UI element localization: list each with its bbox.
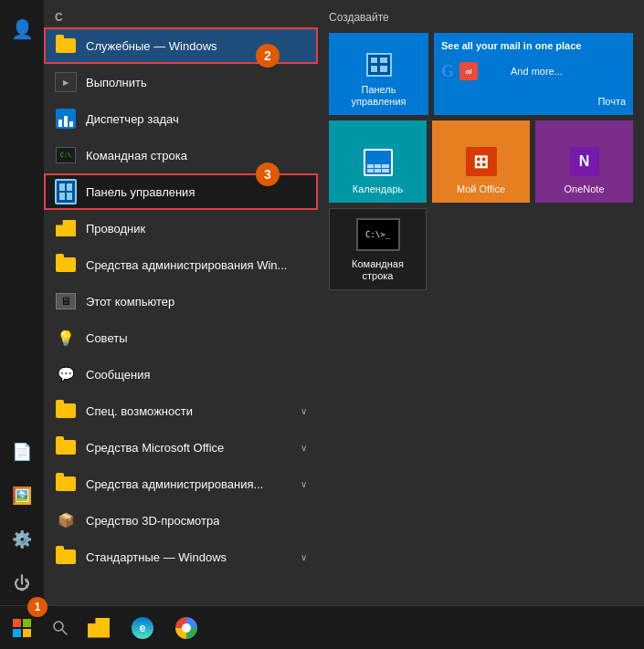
folder-icon	[55, 35, 77, 57]
tile-office[interactable]: ⊞ Мой Office	[432, 120, 530, 203]
app-item-accessibility[interactable]: Спец. возможности ∨	[44, 393, 318, 429]
computer-icon: 🖥	[55, 290, 77, 312]
app-item-taskmgr[interactable]: Диспетчер задач	[44, 100, 318, 137]
app-item-3dviewer[interactable]: 📦 Средство 3D-просмотра	[44, 502, 318, 539]
explorer-icon	[55, 217, 77, 239]
app-item-messages[interactable]: 💬 Сообщения	[44, 356, 318, 393]
chevron-down-icon-2: ∨	[301, 443, 307, 453]
app-name-slugebnye: Служебные — Windows	[86, 39, 217, 53]
taskbar-edge[interactable]: e	[121, 606, 164, 650]
svg-line-1	[62, 630, 67, 634]
search-icon	[52, 620, 69, 636]
badge-3: 3	[256, 162, 280, 186]
tile-calendar[interactable]: Календарь	[329, 120, 427, 203]
tile-label-office: Мой Office	[457, 183, 505, 195]
app-name-3dviewer: Средство 3D-просмотра	[86, 514, 219, 528]
tile-label-cmd: Команднаястрока	[352, 258, 404, 282]
app-name-admin: Средства администрирования Win...	[86, 258, 287, 272]
app-name-cmd: Командная строка	[86, 149, 187, 162]
sidebar-user[interactable]: 👤	[0, 7, 44, 51]
calendar-tile-icon	[364, 149, 393, 176]
letter-c: С	[44, 7, 318, 27]
app-item-admin2[interactable]: Средства администрирования... ∨	[44, 466, 318, 502]
folder-icon-admin	[55, 254, 77, 276]
app-name-messages: Сообщения	[86, 368, 151, 382]
onenote-tile-icon: N	[570, 147, 599, 176]
app-name-thispc: Этот компьютер	[86, 295, 174, 309]
taskmgr-icon	[55, 108, 77, 130]
app-name-accessibility: Спец. возможности	[86, 404, 193, 418]
app-name-stdwindows: Стандартные — Windows	[86, 550, 227, 564]
badge-2: 2	[256, 44, 280, 68]
chevron-down-icon: ∨	[301, 406, 307, 416]
app-item-tips[interactable]: 💡 Советы	[44, 319, 318, 356]
app-name-run: Выполнить	[86, 76, 147, 89]
search-button[interactable]	[44, 606, 77, 650]
app-item-run[interactable]: ▶ Выполнить	[44, 64, 318, 100]
sidebar-settings[interactable]: ⚙️	[0, 518, 44, 561]
tile-mail[interactable]: See all your mail in one place G ol And …	[434, 33, 633, 115]
folder-icon-admin2	[55, 473, 77, 495]
app-item-stdwindows[interactable]: Стандартные — Windows ∨	[44, 539, 318, 575]
tile-label-mail: Почта	[597, 96, 626, 108]
panel-icon	[55, 181, 77, 203]
cube-icon: 📦	[55, 509, 77, 531]
tile-control-panel[interactable]: Панельуправления	[329, 33, 428, 115]
app-item-explorer[interactable]: Проводник	[44, 210, 318, 246]
sidebar-file[interactable]: 📄	[0, 430, 44, 474]
panel-tile-icon	[366, 53, 392, 77]
folder-icon-access	[55, 400, 77, 422]
start-menu: 👤 📄 🖼️ ⚙️ ⏻ С Служебные — Windows ▶	[0, 0, 644, 605]
tile-label-onenote: OneNote	[564, 183, 604, 195]
tile-label-control: Панельуправления	[352, 84, 406, 108]
app-item-thispc[interactable]: 🖥 Этот компьютер	[44, 283, 318, 319]
app-item-msoffice[interactable]: Средства Microsoft Office ∨	[44, 429, 318, 466]
windows-logo	[13, 619, 31, 637]
mail-icons-row: G ol And more...	[441, 62, 626, 81]
tile-mail-header: See all your mail in one place	[441, 40, 581, 51]
taskbar: 1 e	[0, 605, 644, 649]
tile-onenote[interactable]: N OneNote	[535, 120, 633, 203]
tiles-section-title: Создавайте	[329, 11, 633, 24]
app-name-taskmgr: Диспетчер задач	[86, 112, 179, 126]
chevron-down-icon-3: ∨	[301, 479, 307, 489]
app-name-tips: Советы	[86, 331, 127, 345]
app-name-admin2: Средства администрирования...	[86, 477, 263, 491]
folder-icon-msoffice	[55, 436, 77, 458]
app-item-admin[interactable]: Средства администрирования Win...	[44, 246, 318, 283]
start-button[interactable]: 1	[0, 606, 44, 650]
cmd-tile-icon: C:\>_	[356, 218, 400, 251]
taskbar-chrome[interactable]	[164, 606, 208, 650]
run-icon: ▶	[55, 71, 77, 93]
app-name-control: Панель управления	[86, 185, 195, 199]
badge-1: 1	[27, 597, 48, 617]
chevron-down-icon-4: ∨	[301, 552, 307, 562]
bulb-icon: 💡	[55, 327, 77, 349]
cmd-icon: C:\	[55, 144, 77, 166]
app-name-explorer: Проводник	[86, 222, 145, 236]
office-tile-icon: ⊞	[466, 147, 497, 176]
taskbar-explorer[interactable]	[77, 606, 121, 650]
sidebar-icons: 👤 📄 🖼️ ⚙️ ⏻	[0, 0, 44, 605]
chat-icon: 💬	[55, 363, 77, 385]
tile-cmd[interactable]: C:\>_ Команднаястрока	[329, 208, 427, 290]
sidebar-image[interactable]: 🖼️	[0, 474, 44, 518]
app-list: С Служебные — Windows ▶ Выполнить Диспе	[44, 0, 318, 605]
folder-icon-std	[55, 546, 77, 568]
tiles-area: Создавайте Панельуправления See all your…	[318, 0, 644, 605]
tile-label-calendar: Календарь	[353, 183, 404, 195]
app-name-msoffice: Средства Microsoft Office	[86, 441, 224, 455]
